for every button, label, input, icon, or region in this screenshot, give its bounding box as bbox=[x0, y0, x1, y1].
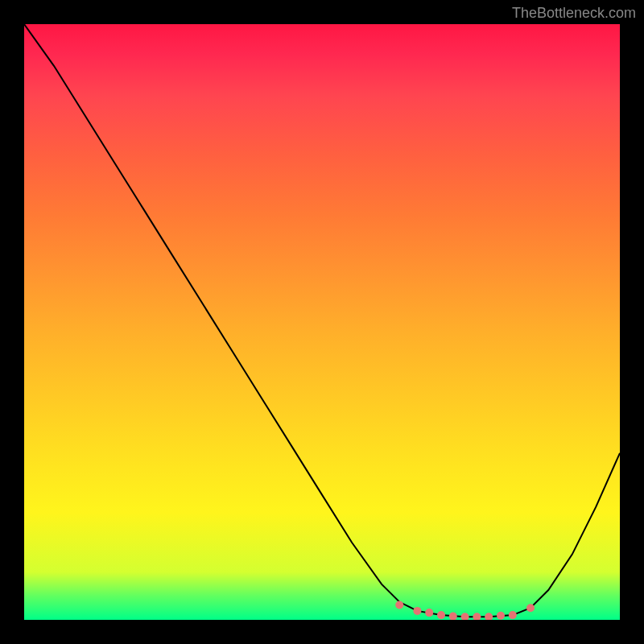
data-point bbox=[449, 613, 457, 620]
data-point bbox=[485, 613, 493, 620]
data-point bbox=[437, 611, 445, 619]
chart-svg bbox=[24, 24, 620, 620]
data-point bbox=[497, 612, 505, 620]
chart-area bbox=[24, 24, 620, 620]
data-point bbox=[509, 611, 517, 619]
bottleneck-curve bbox=[24, 24, 620, 617]
watermark-label: TheBottleneck.com bbox=[512, 5, 636, 22]
data-point bbox=[425, 609, 433, 617]
data-point bbox=[526, 604, 535, 612]
dots-group bbox=[395, 601, 535, 621]
data-point bbox=[395, 601, 403, 609]
data-point bbox=[473, 613, 481, 620]
curve-group bbox=[24, 24, 620, 617]
data-point bbox=[413, 607, 421, 615]
data-point bbox=[461, 613, 469, 620]
